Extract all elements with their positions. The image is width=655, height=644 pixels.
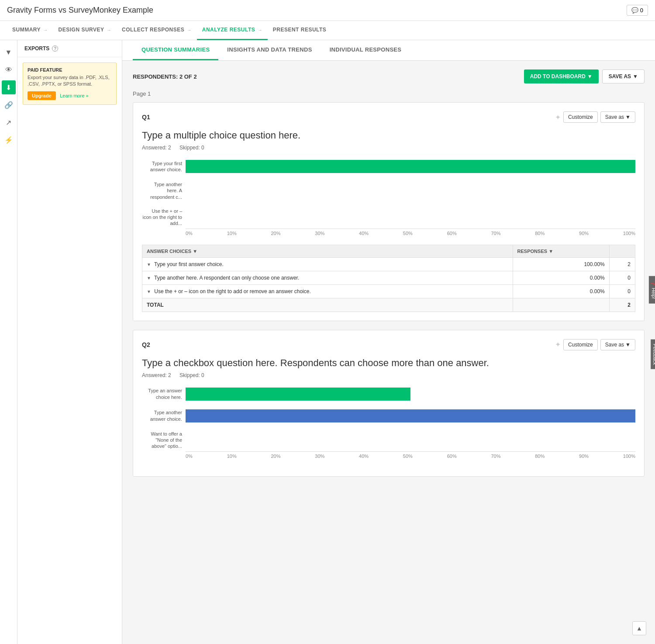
q1-row2-pct: 0.00% [513, 271, 609, 284]
star-icon-q1[interactable]: ✦ [555, 113, 561, 121]
th-count [609, 245, 635, 257]
q2-bar-2 [186, 409, 635, 422]
add-to-dashboard-button[interactable]: ADD TO DASHBOARD ▼ [524, 69, 599, 83]
caret-q1: ▼ [625, 114, 631, 120]
respondents-bar: RESPONDENTS: 2 of 2 ADD TO DASHBOARD ▼ S… [133, 69, 645, 83]
main-layout: ▼ 👁 ⬇ 🔗 ↗ ⚡ EXPORTS ? PAID FEATURE Expor… [0, 40, 655, 644]
nav-present[interactable]: PRESENT RESULTS [268, 21, 332, 40]
nav-present-label: PRESENT RESULTS [273, 27, 327, 33]
th-responses: RESPONSES ▼ [513, 245, 609, 257]
eye-icon-btn[interactable]: 👁 [2, 63, 16, 77]
tab-question-summaries[interactable]: QUESTION SUMMARIES [133, 40, 218, 60]
dropdown-arrow-save: ▼ [633, 73, 638, 80]
dropdown-arrow-dashboard: ▼ [587, 73, 593, 80]
q2-bar-label-1: Type an answer choice here. [142, 388, 186, 400]
bolt-icon-btn[interactable]: ⚡ [2, 133, 16, 147]
q1-total-count: 2 [609, 298, 635, 312]
save-as-btn-q1[interactable]: Save as ▼ [600, 111, 635, 123]
paid-feature-box: PAID FEATURE Export your survey data in … [23, 62, 117, 105]
q1-chart-row-2: Type another here. A respondent c... [142, 181, 635, 200]
comment-button[interactable]: 💬 0 [627, 5, 648, 16]
q1-answered: Answered: 2 [142, 145, 171, 151]
content-tabs: QUESTION SUMMARIES INSIGHTS AND DATA TRE… [122, 40, 655, 61]
q1-bar-label-3: Use the + or – icon on the right to add.… [142, 208, 186, 227]
customize-btn-q2[interactable]: Customize [563, 339, 598, 350]
scroll-to-top[interactable]: ▲ [632, 621, 646, 635]
q1-meta: Answered: 2 Skipped: 0 [142, 145, 635, 151]
page-label: Page 1 [133, 90, 645, 97]
help-icon[interactable]: ? [52, 45, 58, 52]
q2-chart-row-2: Type another answer choice. [142, 409, 635, 423]
q1-answer-table: ANSWER CHOICES ▼ RESPONSES ▼ [142, 245, 635, 312]
help-tab[interactable]: ❓ Help! [649, 276, 655, 304]
q1-title: Type a multiple choice question here. [142, 130, 635, 141]
nav-collect[interactable]: COLLECT RESPONSES → [117, 21, 197, 40]
q1-x-axis: 0% 10% 20% 30% 40% 50% 60% 70% 80% 90% 1… [186, 229, 635, 236]
q1-row1-pct: 100.00% [513, 257, 609, 271]
q2-bar-1 [186, 388, 410, 401]
content-area: RESPONDENTS: 2 of 2 ADD TO DASHBOARD ▼ S… [122, 61, 655, 494]
q1-chart: Type your first answer choice. Type anot… [142, 159, 635, 236]
share-icon-btn[interactable]: ↗ [2, 115, 16, 129]
q2-x-axis: 0% 10% 20% 30% 40% 50% 60% 70% 80% 90% 1… [186, 451, 635, 459]
tab-insights[interactable]: INSIGHTS AND DATA TRENDS [218, 40, 321, 60]
question-card-q2: Q2 ✦ Customize Save as ▼ Type a checkbox… [133, 330, 645, 477]
q1-total-label: TOTAL [142, 298, 513, 312]
th-answer-sort[interactable]: ▼ [193, 249, 197, 254]
learn-more-link[interactable]: Learn more » [60, 93, 88, 98]
download-icon-btn[interactable]: ⬇ [2, 80, 16, 94]
q1-number: Q1 [142, 114, 150, 121]
q1-row2-label: ▼ Type another here. A respondent can on… [142, 271, 513, 284]
paid-feature-title: PAID FEATURE [28, 67, 112, 73]
save-as-button[interactable]: SAVE AS ▼ [602, 69, 645, 83]
q1-bar-label-1: Type your first answer choice. [142, 160, 186, 173]
q1-row3-label: ▼ Use the + or – icon on the right to ad… [142, 284, 513, 298]
nav-analyze[interactable]: ANALYZE RESULTS → [197, 21, 268, 40]
nav-collect-label: COLLECT RESPONSES [122, 27, 184, 33]
comment-icon: 💬 [631, 7, 638, 14]
q1-row1-label: ▼ Type your first answer choice. [142, 257, 513, 271]
q1-bar-label-2: Type another here. A respondent c... [142, 181, 186, 200]
tab-individual[interactable]: INDIVIDUAL RESPONSES [321, 40, 410, 60]
customize-btn-q1[interactable]: Customize [563, 111, 598, 123]
th-answer-choices: ANSWER CHOICES ▼ [142, 245, 513, 257]
paid-feature-desc: Export your survey data in .PDF, .XLS, .… [28, 74, 112, 88]
q2-answered: Answered: 2 [142, 372, 171, 378]
q1-chart-row-3: Use the + or – icon on the right to add.… [142, 208, 635, 227]
link-icon-btn[interactable]: 🔗 [2, 98, 16, 112]
caret-q2: ▼ [625, 342, 631, 348]
q1-row3-count: 0 [609, 284, 635, 298]
q2-bar-label-2: Type another answer choice. [142, 409, 186, 422]
nav-summary[interactable]: SUMMARY → [7, 21, 53, 40]
left-panel: EXPORTS ? PAID FEATURE Export your surve… [17, 40, 122, 644]
exports-title: EXPORTS [24, 45, 49, 52]
row3-expand[interactable]: ▼ [147, 289, 151, 294]
app-title: Gravity Forms vs SurveyMonkey Example [7, 6, 153, 15]
app-header: Gravity Forms vs SurveyMonkey Example 💬 … [0, 0, 655, 21]
q1-table-row-3: ▼ Use the + or – icon on the right to ad… [142, 284, 635, 298]
upgrade-button[interactable]: Upgrade [28, 91, 56, 100]
nav-bar: SUMMARY → DESIGN SURVEY → COLLECT RESPON… [0, 21, 655, 40]
q1-table-total: TOTAL 2 [142, 298, 635, 312]
q1-table-row-2: ▼ Type another here. A respondent can on… [142, 271, 635, 284]
question-card-q1: Q1 ✦ Customize Save as ▼ Type a multiple… [133, 102, 645, 321]
filter-icon-btn[interactable]: ▼ [2, 45, 16, 59]
q1-bar-1 [186, 160, 635, 173]
q2-chart-row-3: Want to offer a "None of the above" opti… [142, 431, 635, 450]
q1-table-row-1: ▼ Type your first answer choice. 100.00%… [142, 257, 635, 271]
star-icon-q2[interactable]: ✦ [555, 340, 561, 349]
nav-design[interactable]: DESIGN SURVEY → [53, 21, 117, 40]
th-responses-sort[interactable]: ▼ [548, 249, 553, 254]
row1-expand[interactable]: ▼ [147, 262, 151, 267]
q1-actions: ✦ Customize Save as ▼ [555, 111, 635, 123]
row2-expand[interactable]: ▼ [147, 276, 151, 280]
q2-header: Q2 ✦ Customize Save as ▼ [142, 339, 635, 350]
q2-number: Q2 [142, 341, 150, 348]
save-as-btn-q2[interactable]: Save as ▼ [600, 339, 635, 350]
q1-skipped: Skipped: 0 [179, 145, 204, 151]
respondents-count: RESPONDENTS: 2 of 2 [133, 73, 197, 80]
comment-count: 0 [640, 7, 643, 14]
q1-row2-count: 0 [609, 271, 635, 284]
feedback-tab[interactable]: Feedback [651, 339, 655, 369]
nav-arrow-4: → [258, 28, 262, 32]
